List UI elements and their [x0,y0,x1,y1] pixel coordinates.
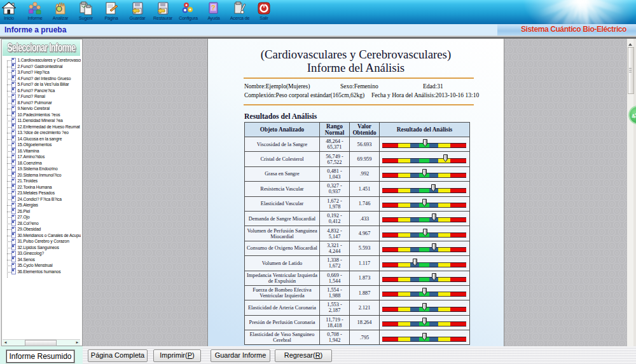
svg-text:?: ? [211,4,216,11]
